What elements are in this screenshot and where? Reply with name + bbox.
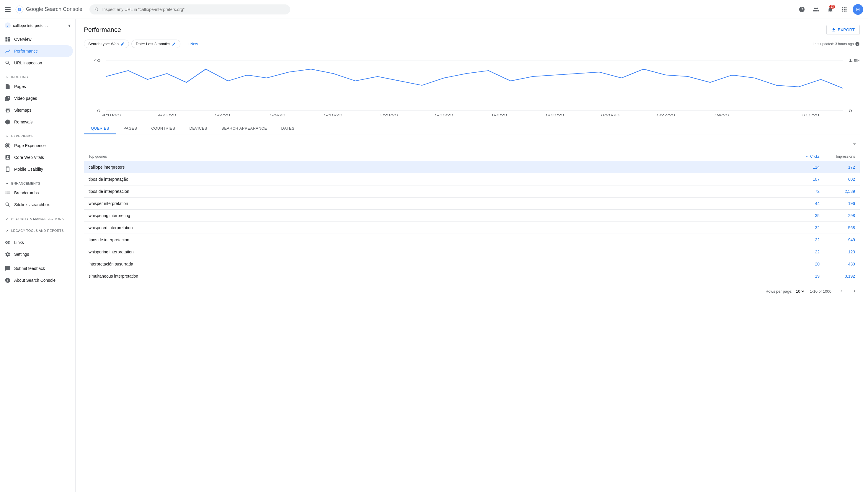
clicks-cell: 114 xyxy=(784,165,820,170)
menu-icon[interactable] xyxy=(5,6,12,13)
indexing-section-label[interactable]: Indexing xyxy=(0,71,75,81)
overview-icon xyxy=(5,36,10,42)
sidebar-item-links-label: Links xyxy=(14,240,24,245)
search-type-filter[interactable]: Search type: Web xyxy=(84,40,129,48)
notification-badge: 13 xyxy=(829,5,835,8)
logo-link[interactable]: G Google Search Console xyxy=(15,5,82,14)
impressions-cell: 602 xyxy=(820,177,855,181)
enhancements-section-label[interactable]: Enhancements xyxy=(0,177,75,187)
pagination-next-button[interactable] xyxy=(849,286,860,296)
about-icon xyxy=(5,277,10,283)
svg-text:5/9/23: 5/9/23 xyxy=(270,114,285,117)
account-management-button[interactable] xyxy=(810,3,822,15)
sidebar-item-settings-label: Settings xyxy=(14,252,29,256)
col-header-clicks[interactable]: Clicks xyxy=(784,154,820,158)
svg-text:6/27/23: 6/27/23 xyxy=(657,114,675,117)
export-button[interactable]: EXPORT xyxy=(826,25,860,35)
svg-text:7/4/23: 7/4/23 xyxy=(714,114,729,117)
tab-pages[interactable]: PAGES xyxy=(116,123,144,134)
sidebar-item-breadcrumbs[interactable]: Breadcrumbs xyxy=(0,187,73,199)
sidebar-item-url-inspection[interactable]: URL inspection xyxy=(0,57,73,69)
pagination-range: 1-10 of 1000 xyxy=(810,289,832,294)
url-inspection-icon xyxy=(5,60,10,66)
clicks-cell: 44 xyxy=(784,201,820,206)
sidebar-item-page-experience[interactable]: Page Experience xyxy=(0,140,73,151)
notifications-button[interactable]: 13 xyxy=(824,3,836,15)
app-title: Google Search Console xyxy=(26,6,82,13)
table-row[interactable]: calliope interpreters 114 172 xyxy=(84,161,860,173)
property-dropdown-icon: ▾ xyxy=(68,23,71,28)
sidebar-item-overview[interactable]: Overview xyxy=(0,33,73,45)
legacy-expand-icon xyxy=(5,228,9,233)
main-content: Performance EXPORT Search type: Web Date… xyxy=(76,19,868,492)
table-row[interactable]: whisper interpretation 44 196 xyxy=(84,198,860,210)
tab-countries[interactable]: COUNTRIES xyxy=(144,123,182,134)
sidebar-item-sitemaps[interactable]: Sitemaps xyxy=(0,104,73,116)
sidebar-item-core-web-vitals-label: Core Web Vitals xyxy=(14,155,44,160)
sidebar-item-submit-feedback[interactable]: Submit feedback xyxy=(0,263,73,274)
tab-queries[interactable]: QUERIES xyxy=(84,123,116,134)
sidebar-item-video-pages[interactable]: Video pages xyxy=(0,93,73,104)
experience-section-label[interactable]: Experience xyxy=(0,130,75,140)
svg-text:6/6/23: 6/6/23 xyxy=(492,114,507,117)
core-web-vitals-icon xyxy=(5,154,10,161)
rows-per-page-select[interactable]: 10 25 50 xyxy=(795,289,805,294)
mobile-usability-icon xyxy=(5,166,10,172)
search-input[interactable] xyxy=(102,7,285,12)
sidebar-item-sitelinks-searchbox-label: Sitelinks searchbox xyxy=(14,202,50,207)
property-selector[interactable]: c calliope-interpreter... ▾ xyxy=(0,19,75,32)
table-row[interactable]: tipos de interpretacion 22 949 xyxy=(84,234,860,246)
sidebar-item-settings[interactable]: Settings xyxy=(0,248,73,260)
google-logo-icon: G xyxy=(15,5,24,14)
chevron-left-icon xyxy=(839,289,844,294)
sidebar-item-links[interactable]: Links xyxy=(0,237,73,248)
sidebar-item-sitelinks-searchbox[interactable]: Sitelinks searchbox xyxy=(0,199,73,211)
pagination: Rows per page: 10 25 50 1-10 of 1000 xyxy=(76,282,868,300)
table-row[interactable]: tipos de interpretación 72 2,539 xyxy=(84,186,860,198)
avatar[interactable]: M xyxy=(853,4,863,15)
sidebar-item-pages[interactable]: Pages xyxy=(0,81,73,93)
new-filter-button[interactable]: + New xyxy=(183,40,202,48)
table-row[interactable]: whispering interpreting 35 298 xyxy=(84,210,860,222)
table-row[interactable]: interpretación susurrada 20 439 xyxy=(84,258,860,270)
property-name: calliope-interpreter... xyxy=(13,23,66,28)
sidebar-item-performance[interactable]: Performance xyxy=(0,45,73,57)
svg-text:5/16/23: 5/16/23 xyxy=(324,114,342,117)
sidebar-item-removals[interactable]: Removals xyxy=(0,116,73,128)
table-filter-button[interactable] xyxy=(849,138,860,149)
info-icon xyxy=(855,42,860,46)
legacy-section-label[interactable]: Legacy tools and reports xyxy=(0,225,75,234)
apps-button[interactable] xyxy=(839,3,850,15)
query-cell: tipos de interpretación xyxy=(88,189,784,194)
table-row[interactable]: whispering interpretation 22 123 xyxy=(84,246,860,258)
rows-per-page-label: Rows per page: xyxy=(766,289,792,294)
query-cell: whispering interpretation xyxy=(88,249,784,254)
sidebar-item-breadcrumbs-label: Breadcrumbs xyxy=(14,191,39,195)
impressions-cell: 172 xyxy=(820,165,855,170)
query-cell: simultaneous interpretation xyxy=(88,274,784,278)
topbar: G Google Search Console 13 xyxy=(0,0,868,19)
table-row[interactable]: tipos de interpretação 107 602 xyxy=(84,173,860,186)
table-row[interactable]: whispered interpretation 32 568 xyxy=(84,222,860,234)
help-button[interactable] xyxy=(796,3,808,15)
tab-dates[interactable]: DATES xyxy=(274,123,302,134)
clicks-cell: 20 xyxy=(784,262,820,266)
col-header-query: Top queries xyxy=(88,154,784,158)
tab-search-appearance[interactable]: SEARCH APPEARANCE xyxy=(214,123,274,134)
query-cell: tipos de interpretacion xyxy=(88,238,784,242)
tab-devices[interactable]: DEVICES xyxy=(182,123,214,134)
table-row[interactable]: simultaneous interpretation 19 8,192 xyxy=(84,270,860,282)
impressions-cell: 568 xyxy=(820,225,855,230)
sidebar-item-core-web-vitals[interactable]: Core Web Vitals xyxy=(0,151,73,163)
date-filter[interactable]: Date: Last 3 months xyxy=(131,40,180,48)
security-section-label[interactable]: Security & Manual Actions xyxy=(0,213,75,222)
svg-text:5/2/23: 5/2/23 xyxy=(215,114,230,117)
impressions-cell: 298 xyxy=(820,213,855,218)
svg-text:5/30/23: 5/30/23 xyxy=(435,114,454,117)
pagination-prev-button[interactable] xyxy=(836,286,847,296)
svg-text:5/23/23: 5/23/23 xyxy=(379,114,398,117)
sidebar-item-about[interactable]: About Search Console xyxy=(0,274,73,286)
indexing-expand-icon xyxy=(5,75,9,79)
nav-section-main: Overview Performance URL inspection xyxy=(0,32,75,70)
sidebar-item-mobile-usability[interactable]: Mobile Usability xyxy=(0,163,73,175)
